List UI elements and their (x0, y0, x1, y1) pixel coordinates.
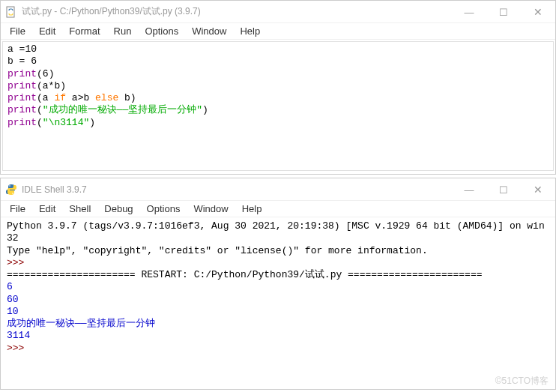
menu-shell[interactable]: Shell (63, 202, 97, 216)
shell-line: Type "help", "copyright", "credits" or "… (7, 245, 549, 257)
shell-line: 6 (7, 281, 549, 293)
editor-code-area[interactable]: a =10b = 6print(6)print(a*b)print(a if a… (2, 41, 554, 171)
code-line: print("成功的唯一秘诀——坚持最后一分钟") (7, 104, 549, 116)
menu-file[interactable]: File (4, 24, 31, 38)
close-button[interactable]: ✕ (521, 178, 555, 201)
menu-options[interactable]: Options (141, 202, 187, 216)
menu-window[interactable]: Window (186, 24, 232, 38)
menu-options[interactable]: Options (139, 24, 184, 38)
close-button[interactable]: ✕ (521, 1, 555, 23)
menu-edit[interactable]: Edit (33, 202, 61, 216)
menu-file[interactable]: File (4, 202, 31, 216)
minimize-button[interactable]: — (452, 178, 486, 201)
shell-line: 3114 (7, 330, 549, 342)
shell-line: >>> (7, 343, 549, 355)
shell-line: 60 (7, 294, 549, 306)
code-line: print(a*b) (7, 80, 549, 92)
shell-titlebar[interactable]: IDLE Shell 3.9.7 — ☐ ✕ (1, 178, 555, 201)
menu-format[interactable]: Format (63, 24, 106, 38)
svg-point-1 (9, 185, 10, 187)
code-line: b = 6 (7, 55, 549, 67)
editor-titlebar[interactable]: 试试.py - C:/Python/Python39/试试.py (3.9.7)… (1, 1, 555, 23)
shell-line: 10 (7, 306, 549, 318)
shell-line: ====================== RESTART: C:/Pytho… (7, 269, 549, 281)
shell-title: IDLE Shell 3.9.7 (22, 184, 452, 195)
shell-window: IDLE Shell 3.9.7 — ☐ ✕ FileEditShellDebu… (0, 178, 556, 390)
code-line: a =10 (7, 43, 549, 55)
svg-point-2 (12, 193, 13, 194)
shell-menubar: FileEditShellDebugOptionsWindowHelp (1, 201, 555, 217)
menu-edit[interactable]: Edit (33, 24, 61, 38)
menu-run[interactable]: Run (108, 24, 138, 38)
code-line: print("\n3114") (7, 117, 549, 129)
editor-menubar: FileEditFormatRunOptionsWindowHelp (1, 23, 555, 40)
python-file-icon (5, 6, 17, 18)
maximize-button[interactable]: ☐ (486, 1, 521, 23)
maximize-button[interactable]: ☐ (486, 178, 521, 201)
menu-help[interactable]: Help (234, 24, 266, 38)
menu-window[interactable]: Window (187, 202, 234, 216)
shell-window-controls: — ☐ ✕ (452, 178, 555, 200)
minimize-button[interactable]: — (452, 1, 486, 23)
code-line: print(a if a>b else b) (7, 92, 549, 104)
shell-line: Python 3.9.7 (tags/v3.9.7:1016ef3, Aug 3… (7, 220, 549, 245)
shell-line: 成功的唯一秘诀——坚持最后一分钟 (7, 318, 549, 330)
shell-output-area[interactable]: Python 3.9.7 (tags/v3.9.7:1016ef3, Aug 3… (2, 219, 554, 386)
editor-window-controls: — ☐ ✕ (452, 1, 555, 22)
menu-help[interactable]: Help (236, 202, 268, 216)
watermark: ©51CTO博客 (495, 375, 549, 388)
python-icon (5, 184, 17, 196)
menu-debug[interactable]: Debug (98, 202, 139, 216)
shell-line: >>> (7, 257, 549, 269)
code-line: print(6) (7, 68, 549, 80)
svg-rect-0 (7, 7, 14, 17)
editor-title: 试试.py - C:/Python/Python39/试试.py (3.9.7) (22, 5, 452, 18)
editor-window: 试试.py - C:/Python/Python39/试试.py (3.9.7)… (0, 0, 556, 175)
